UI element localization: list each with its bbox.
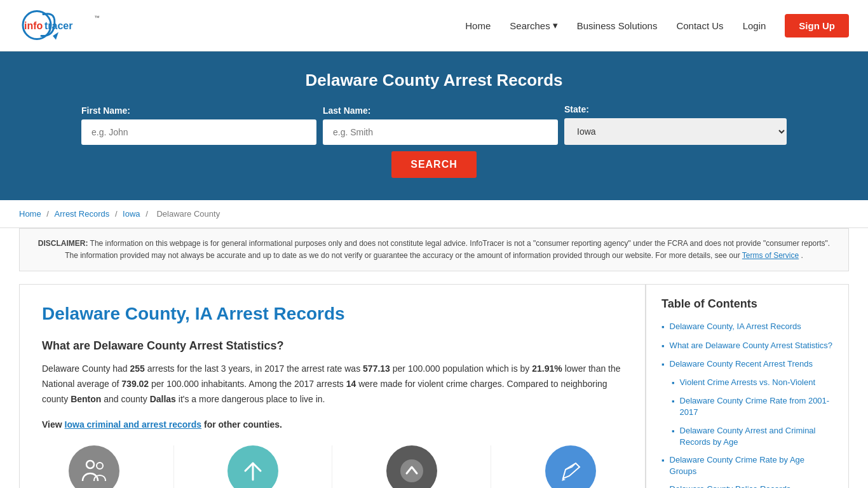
icon-scroll-up bbox=[386, 445, 437, 488]
article-title-rest: County, IA Arrest Records bbox=[120, 304, 345, 323]
search-form: First Name: Last Name: State: Iowa Alaba… bbox=[53, 104, 815, 178]
lower-pct: 21.91% bbox=[532, 363, 562, 374]
breadcrumb: Home / Arrest Records / Iowa / Delaware … bbox=[0, 200, 868, 228]
disclaimer-box: DISCLAIMER: The information on this webp… bbox=[19, 228, 849, 271]
icon-people bbox=[69, 445, 119, 488]
icon-arrow-up bbox=[227, 445, 278, 488]
sidebar: Table of Contents Delaware County, IA Ar… bbox=[646, 284, 849, 488]
national-avg: 739.02 bbox=[121, 379, 149, 389]
logo[interactable]: info tracer ™ bbox=[19, 6, 121, 44]
breadcrumb-arrest-records[interactable]: Arrest Records bbox=[55, 209, 110, 219]
svg-text:info: info bbox=[24, 20, 43, 31]
icon-pen bbox=[545, 445, 596, 488]
toc-link[interactable]: Delaware County Recent Arrest Trends bbox=[670, 358, 813, 370]
nav-business-solutions[interactable]: Business Solutions bbox=[577, 20, 658, 31]
nav-home[interactable]: Home bbox=[465, 20, 491, 31]
toc-item: Delaware County Arrest and Criminal Reco… bbox=[672, 425, 833, 448]
toc-list: Delaware County, IA Arrest RecordsWhat a… bbox=[661, 321, 833, 488]
toc-link[interactable]: What are Delaware County Arrest Statisti… bbox=[670, 340, 833, 351]
toc-item: Delaware County Police Records bbox=[661, 484, 833, 488]
svg-marker-1 bbox=[53, 32, 58, 40]
toc-link[interactable]: Violent Crime Arrests vs. Non-Violent bbox=[680, 377, 815, 388]
toc-box: Table of Contents Delaware County, IA Ar… bbox=[646, 284, 849, 488]
svg-point-5 bbox=[86, 461, 94, 468]
article-h2: What are Delaware County Arrest Statisti… bbox=[42, 339, 623, 353]
state-label: State: bbox=[564, 104, 787, 114]
disclaimer-text: The information on this webpage is for g… bbox=[65, 239, 830, 260]
breadcrumb-iowa[interactable]: Iowa bbox=[123, 209, 140, 219]
toc-link[interactable]: Delaware County, IA Arrest Records bbox=[670, 321, 801, 332]
toc-title: Table of Contents bbox=[661, 297, 833, 311]
disclaimer-bold: DISCLAIMER: bbox=[38, 239, 88, 248]
toc-item: Delaware County, IA Arrest Records bbox=[661, 321, 833, 333]
toc-item: What are Delaware County Arrest Statisti… bbox=[661, 340, 833, 352]
iowa-records-link[interactable]: Iowa criminal and arrest records bbox=[65, 419, 202, 430]
main-nav: Home Searches ▾ Business Solutions Conta… bbox=[465, 14, 849, 37]
svg-point-6 bbox=[97, 463, 103, 469]
state-group: State: Iowa Alabama Alaska Arizona Arkan… bbox=[564, 104, 787, 145]
svg-point-7 bbox=[400, 459, 423, 482]
icons-row bbox=[42, 445, 623, 488]
toc-item: Delaware County Crime Rate by Age Groups bbox=[661, 454, 833, 477]
main-container: Delaware County, IA Arrest Records What … bbox=[0, 271, 868, 488]
benton: Benton bbox=[71, 394, 101, 404]
nav-contact-us[interactable]: Contact Us bbox=[676, 20, 723, 31]
header: info tracer ™ Home Searches ▾ Business S… bbox=[0, 0, 868, 51]
breadcrumb-sep-1: / bbox=[46, 209, 51, 219]
svg-text:tracer: tracer bbox=[44, 20, 72, 31]
view-paragraph: View Iowa criminal and arrest records fo… bbox=[42, 417, 623, 433]
state-select[interactable]: Iowa Alabama Alaska Arizona Arkansas Cal… bbox=[564, 118, 787, 145]
violent-count: 14 bbox=[346, 379, 356, 389]
toc-item: Delaware County Crime Rate from 2001-201… bbox=[672, 395, 833, 418]
arrests-count: 255 bbox=[130, 363, 145, 374]
svg-text:™: ™ bbox=[94, 15, 100, 21]
first-name-label: First Name: bbox=[81, 105, 316, 116]
article-paragraph: Delaware County had 255 arrests for the … bbox=[42, 362, 623, 407]
arrest-rate: 577.13 bbox=[363, 363, 390, 374]
toc-link[interactable]: Delaware County Arrest and Criminal Reco… bbox=[680, 425, 833, 448]
disclaimer-end: . bbox=[801, 251, 803, 260]
terms-of-service-link[interactable]: Terms of Service bbox=[742, 251, 799, 260]
last-name-group: Last Name: bbox=[323, 105, 558, 145]
breadcrumb-sep-3: / bbox=[146, 209, 150, 219]
first-name-input[interactable] bbox=[81, 119, 316, 145]
toc-link[interactable]: Delaware County Police Records bbox=[670, 484, 791, 488]
hero-section: Delaware County Arrest Records First Nam… bbox=[0, 51, 868, 200]
first-name-group: First Name: bbox=[81, 105, 316, 145]
article: Delaware County, IA Arrest Records What … bbox=[19, 284, 646, 488]
breadcrumb-home[interactable]: Home bbox=[19, 209, 41, 219]
hero-title: Delaware County Arrest Records bbox=[13, 71, 855, 90]
search-button[interactable]: SEARCH bbox=[391, 151, 477, 178]
nav-signup[interactable]: Sign Up bbox=[785, 14, 849, 37]
toc-item: Violent Crime Arrests vs. Non-Violent bbox=[672, 377, 833, 389]
toc-item: Delaware County Recent Arrest Trends bbox=[661, 358, 833, 370]
toc-link[interactable]: Delaware County Crime Rate from 2001-201… bbox=[680, 395, 833, 418]
breadcrumb-sep-2: / bbox=[115, 209, 119, 219]
chevron-down-icon: ▾ bbox=[553, 20, 558, 31]
nav-searches[interactable]: Searches ▾ bbox=[510, 20, 557, 31]
nav-login[interactable]: Login bbox=[743, 20, 766, 31]
article-title-blue: Delaware bbox=[42, 304, 120, 323]
toc-link[interactable]: Delaware County Crime Rate by Age Groups bbox=[670, 454, 833, 477]
last-name-input[interactable] bbox=[323, 119, 558, 145]
dallas: Dallas bbox=[150, 394, 176, 404]
breadcrumb-delaware-county: Delaware County bbox=[156, 209, 220, 219]
last-name-label: Last Name: bbox=[323, 105, 558, 116]
article-title: Delaware County, IA Arrest Records bbox=[42, 304, 623, 324]
